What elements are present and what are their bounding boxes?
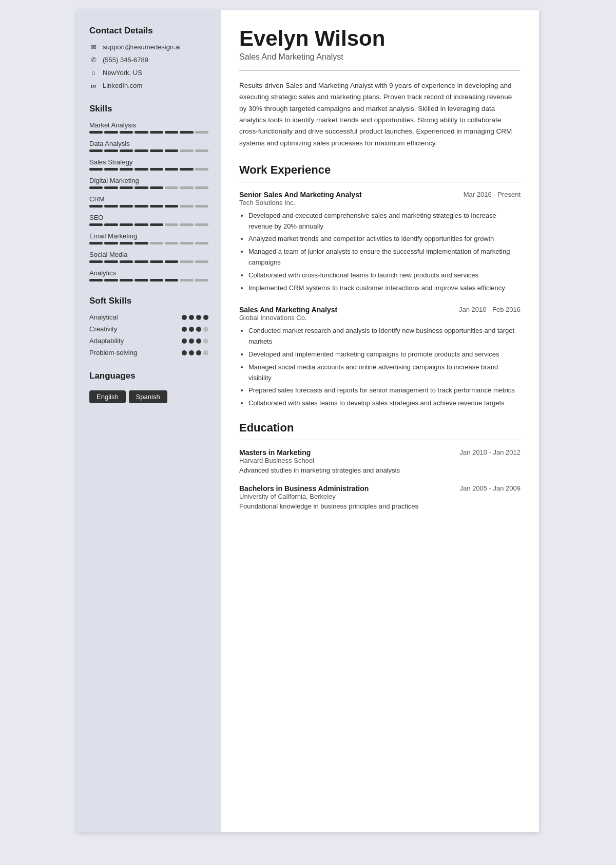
skill-segment-filled	[165, 131, 178, 134]
skill-name: Digital Marketing	[89, 177, 208, 184]
skill-bar	[89, 131, 208, 134]
skill-name: CRM	[89, 195, 208, 203]
skill-segment-filled	[89, 186, 103, 189]
skill-segment-filled	[120, 131, 133, 134]
job-header: Sales And Marketing AnalystJan 2010 - Fe…	[239, 306, 521, 314]
dot-filled	[189, 327, 194, 332]
skill-segment-filled	[120, 205, 133, 208]
skill-segment-filled	[104, 131, 118, 134]
phone-icon: ✆	[89, 56, 98, 64]
skill-segment-filled	[104, 223, 118, 226]
dot-filled	[182, 339, 187, 344]
skill-segment-filled	[120, 242, 133, 245]
dot-filled	[196, 339, 201, 344]
dot-filled	[189, 350, 194, 355]
skill-item: Market Analysis	[89, 121, 208, 134]
job-title: Sales And Marketing Analyst	[239, 52, 521, 62]
skill-segment-filled	[134, 260, 148, 263]
skill-segment-filled	[89, 260, 103, 263]
dot-filled	[182, 327, 187, 332]
skill-segment-filled	[165, 149, 178, 152]
summary-text: Results-driven Sales and Marketing Analy…	[239, 80, 521, 149]
skill-segment-empty	[195, 131, 208, 134]
skill-bar	[89, 186, 208, 189]
skill-segment-empty	[180, 149, 193, 152]
edu-list: Masters in MarketingJan 2010 - Jan 2012H…	[239, 448, 521, 510]
skill-segment-filled	[120, 168, 133, 171]
soft-skill-name: Creativity	[89, 325, 117, 333]
skill-segment-filled	[120, 223, 133, 226]
edu-school: University of California, Berkeley	[239, 493, 521, 500]
edu-header: Masters in MarketingJan 2010 - Jan 2012	[239, 448, 521, 457]
main-content: Evelyn Wilson Sales And Marketing Analys…	[221, 10, 539, 832]
skill-segment-filled	[104, 168, 118, 171]
skill-segment-empty	[150, 242, 163, 245]
skill-bar	[89, 223, 208, 226]
job-bullet: Developed and implemented marketing camp…	[248, 349, 521, 360]
email-value: support@resumedesign.ai	[103, 43, 181, 51]
skill-segment-filled	[89, 242, 103, 245]
skill-name: Data Analysis	[89, 140, 208, 147]
dot-empty	[203, 327, 208, 332]
skill-segment-filled	[180, 168, 193, 171]
skill-segment-filled	[134, 186, 148, 189]
contact-section: Contact Details ✉ support@resumedesign.a…	[89, 26, 208, 89]
skill-segment-filled	[150, 205, 163, 208]
linkedin-icon: in	[89, 83, 98, 89]
dot-filled	[182, 350, 187, 355]
soft-skill-dots	[182, 350, 208, 355]
soft-skill-name: Analytical	[89, 313, 118, 321]
skill-item: Digital Marketing	[89, 177, 208, 189]
job-bullet: Developed and executed comprehensive sal…	[248, 211, 521, 232]
skill-segment-empty	[195, 168, 208, 171]
skill-item: Sales Strategy	[89, 158, 208, 171]
skill-segment-filled	[89, 279, 103, 281]
skill-segment-empty	[165, 223, 178, 226]
skill-segment-empty	[195, 205, 208, 208]
edu-desc: Foundational knowledge in business princ…	[239, 502, 521, 510]
dot-filled	[196, 327, 201, 332]
skill-segment-filled	[89, 149, 103, 152]
header-divider	[239, 70, 521, 71]
skill-name: Market Analysis	[89, 121, 208, 129]
skill-segment-filled	[150, 223, 163, 226]
skill-name: SEO	[89, 214, 208, 221]
linkedin-item: in LinkedIn.com	[89, 82, 208, 89]
dot-empty	[203, 339, 208, 344]
languages-section: Languages EnglishSpanish	[89, 371, 208, 403]
edu-desc: Advanced studies in marketing strategies…	[239, 466, 521, 474]
skill-segment-filled	[150, 168, 163, 171]
job-bullet: Managed a team of junior analysts to ens…	[248, 247, 521, 268]
skills-list: Market AnalysisData AnalysisSales Strate…	[89, 121, 208, 281]
skill-name: Email Marketing	[89, 232, 208, 240]
skill-segment-filled	[150, 186, 163, 189]
linkedin-value: LinkedIn.com	[103, 82, 142, 89]
skill-bar	[89, 260, 208, 263]
skill-segment-filled	[120, 149, 133, 152]
skill-segment-filled	[165, 260, 178, 263]
soft-skill-dots	[182, 315, 208, 320]
skill-segment-empty	[180, 279, 193, 281]
skill-segment-filled	[104, 149, 118, 152]
dot-filled	[189, 315, 194, 320]
job-bullets: Developed and executed comprehensive sal…	[239, 211, 521, 294]
skill-segment-empty	[165, 242, 178, 245]
candidate-name: Evelyn Wilson	[239, 27, 521, 50]
edu-date: Jan 2005 - Jan 2009	[459, 484, 521, 492]
skill-segment-filled	[180, 131, 193, 134]
soft-skills-section: Soft Skills AnalyticalCreativityAdaptabi…	[89, 296, 208, 356]
skill-segment-filled	[134, 279, 148, 281]
skill-segment-filled	[134, 205, 148, 208]
job-bullet: Conducted market research and analysis t…	[248, 326, 521, 347]
edu-school: Harvard Business School	[239, 457, 521, 464]
skill-segment-empty	[195, 149, 208, 152]
experience-divider	[239, 182, 521, 182]
job-bullet: Collaborated with cross-functional teams…	[248, 270, 521, 281]
dot-filled	[196, 315, 201, 320]
skill-segment-filled	[150, 131, 163, 134]
skill-segment-empty	[165, 186, 178, 189]
edu-header: Bachelors in Business AdministrationJan …	[239, 484, 521, 493]
job-role: Senior Sales And Marketing Analyst	[239, 191, 362, 199]
skill-name: Social Media	[89, 251, 208, 258]
job-bullet: Prepared sales forecasts and reports for…	[248, 385, 521, 396]
